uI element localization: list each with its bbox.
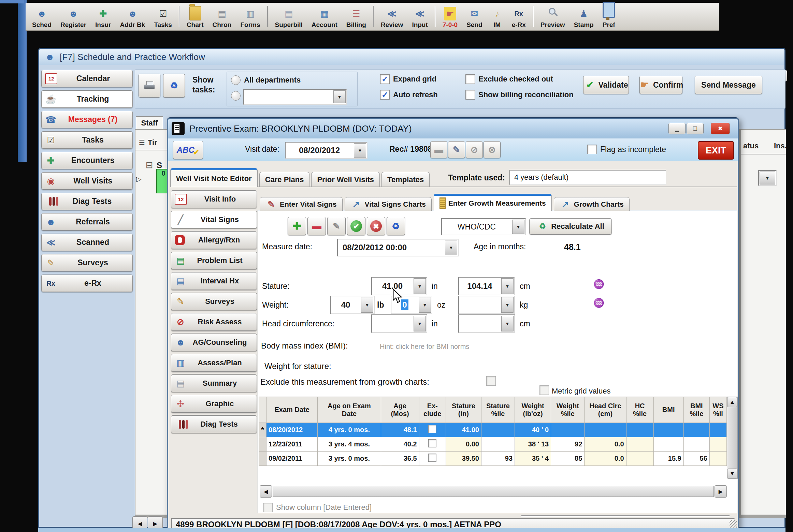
dropdown-arrow-icon[interactable]: [501, 278, 514, 294]
refresh-measurement-button[interactable]: [387, 217, 405, 235]
spell-check-button[interactable]: ABC ✔: [173, 141, 203, 159]
sidebar-item-diag-tests[interactable]: Diag Tests: [41, 193, 133, 210]
stature-norms-icon[interactable]: [593, 278, 605, 290]
tab-templates[interactable]: Templates: [381, 172, 430, 187]
row-selector[interactable]: [259, 452, 266, 466]
toolbar-button-pref[interactable]: Pref: [598, 4, 620, 29]
confirm-measurement-button[interactable]: [347, 217, 365, 235]
auto-refresh-checkbox[interactable]: [380, 90, 390, 100]
table-row[interactable]: *08/20/20124 yrs. 0 mos.48.141.0040 ' 0: [259, 423, 727, 437]
hscroll-left-button[interactable]: ◀: [260, 485, 272, 498]
edit-note-button[interactable]: [448, 141, 465, 158]
section-item-visit-info[interactable]: Visit Info: [171, 190, 257, 208]
toolbar-button-im[interactable]: IM: [487, 4, 507, 29]
recalculate-all-button[interactable]: Recalculate All: [529, 218, 612, 235]
refresh-button[interactable]: [163, 74, 185, 98]
dropdown-arrow-icon[interactable]: [361, 297, 373, 313]
hc-cm-input[interactable]: [458, 314, 515, 333]
column-header-age-on-exam-date[interactable]: Age on ExamDate: [318, 397, 381, 423]
section-item-summary[interactable]: Summary: [171, 374, 257, 392]
dropdown-arrow-icon[interactable]: [354, 143, 366, 158]
dialog-titlebar[interactable]: Preventive Exam: BROOKLYN PLDOBM (DOV: T…: [168, 119, 738, 138]
all-departments-radio[interactable]: [231, 75, 241, 85]
sidebar-item-scanned[interactable]: Scanned: [41, 234, 133, 251]
measure-date-select[interactable]: 08/20/2012 00:00: [337, 239, 459, 256]
grid-cell-dropdown[interactable]: [758, 170, 777, 186]
hscroll-right-button[interactable]: ▶: [715, 485, 727, 498]
toolbar-button-chart[interactable]: Chart: [182, 4, 208, 29]
section-item-diag-tests[interactable]: Diag Tests: [171, 415, 257, 433]
weight-lb-input[interactable]: 40: [330, 296, 375, 314]
dialog-close-button[interactable]: ✖: [711, 123, 730, 134]
exclude-row-checkbox[interactable]: [428, 454, 436, 462]
sidebar-item-e-rx[interactable]: e-Rx: [41, 275, 133, 292]
grid-menu-icon[interactable]: [136, 137, 148, 148]
note-lines-button[interactable]: [430, 141, 447, 158]
sidebar-item-referrals[interactable]: Referrals: [41, 213, 133, 231]
exclude-row-checkbox[interactable]: [428, 439, 436, 447]
section-item-vital-signs[interactable]: Vital Signs: [171, 211, 257, 228]
toolbar-button-stamp[interactable]: Stamp: [569, 4, 598, 29]
column-header-age-mos[interactable]: Age(Mos): [381, 397, 419, 423]
section-item-ag-counseling[interactable]: AG/Counseling: [171, 334, 257, 351]
dropdown-arrow-icon[interactable]: [501, 316, 514, 331]
delete-measurement-button[interactable]: [307, 217, 326, 235]
exclude-row-checkbox[interactable]: [428, 425, 436, 433]
exit-button[interactable]: EXIT: [698, 141, 734, 160]
exclude-checked-out-checkbox[interactable]: [465, 74, 475, 84]
toolbar-button-input[interactable]: Input: [407, 4, 432, 29]
dropdown-arrow-icon[interactable]: [414, 278, 426, 294]
staff-tab[interactable]: Staff: [136, 116, 163, 130]
dropdown-arrow-icon[interactable]: [512, 220, 524, 234]
toolbar-button-billing[interactable]: Billing: [342, 4, 371, 29]
column-header-exam-date[interactable]: Exam Date: [266, 397, 318, 423]
column-header-weight-ile[interactable]: Weight%ile: [551, 397, 585, 423]
weight-kg-input[interactable]: [458, 296, 515, 314]
row-selector[interactable]: *: [259, 423, 266, 437]
dropdown-arrow-icon[interactable]: [760, 172, 775, 184]
table-vscrollbar[interactable]: ▲ ▼: [727, 397, 738, 479]
section-item-assess-plan[interactable]: Assess/Plan: [171, 354, 257, 372]
emr-titlebar[interactable]: [F7] Schedule and Practice Workflow: [39, 49, 784, 65]
growth-standard-select[interactable]: WHO/CDC: [441, 218, 526, 235]
visit-date-select[interactable]: 08/20/2012: [285, 142, 367, 159]
dialog-minimize-button[interactable]: ▁: [668, 123, 686, 134]
bmi-hint-link[interactable]: Hint: click here for BMI norms: [380, 343, 469, 351]
expand-grid-checkbox[interactable]: [380, 74, 390, 84]
sidebar-item-surveys[interactable]: Surveys: [41, 254, 133, 271]
toolbar-button-addr-bk[interactable]: Addr Bk: [116, 4, 150, 29]
toolbar-button-send[interactable]: Send: [462, 4, 487, 29]
metric-grid-checkbox[interactable]: [539, 385, 549, 395]
dropdown-arrow-icon[interactable]: [414, 316, 426, 331]
tab-enter-growth-measurements[interactable]: Enter Growth Measurements: [434, 194, 552, 211]
toolbar-button-tasks[interactable]: Tasks: [149, 4, 176, 29]
toolbar-button-forms[interactable]: Forms: [236, 4, 264, 29]
tab-enter-vital-signs[interactable]: Enter Vital Signs: [260, 197, 343, 211]
section-item-allergy-rxn[interactable]: Allergy/Rxn: [171, 231, 257, 249]
disabled-clock-button[interactable]: [466, 141, 483, 158]
toolbar-button-superbill[interactable]: Superbill: [271, 4, 307, 29]
show-column-checkbox[interactable]: [263, 503, 273, 512]
section-item-problem-list[interactable]: Problem List: [171, 252, 257, 269]
toolbar-button-7-0-0[interactable]: 7-0-0: [438, 4, 462, 29]
table-row[interactable]: 12/23/20113 yrs. 4 mos.40.20.0038 ' 1392…: [259, 437, 727, 452]
table-hscrollbar[interactable]: ◀ ▶: [260, 485, 727, 498]
group-expander-icon[interactable]: [144, 159, 155, 171]
tab-prior-well-visits[interactable]: Prior Well Visits: [311, 172, 380, 187]
column-header-weight-lb-oz[interactable]: Weight(lb'oz): [515, 397, 551, 423]
department-radio[interactable]: [231, 91, 241, 101]
column-header-ws-il[interactable]: WS%il: [709, 397, 726, 423]
vscroll-down-button[interactable]: ▼: [727, 469, 737, 479]
dropdown-arrow-icon[interactable]: [501, 297, 514, 313]
column-header-stature-in[interactable]: Stature(in): [446, 397, 481, 423]
print-button[interactable]: [139, 74, 160, 98]
department-select[interactable]: [243, 89, 347, 105]
sidebar-item-well-visits[interactable]: Well Visits: [41, 172, 133, 190]
sidebar-item-tracking[interactable]: Tracking: [41, 90, 133, 108]
tab-growth-charts[interactable]: Growth Charts: [554, 197, 630, 211]
sidebar-item-calendar[interactable]: Calendar: [41, 70, 133, 87]
flag-incomplete-checkbox[interactable]: [587, 145, 597, 154]
sidebar-item-messages-7[interactable]: Messages (7): [41, 111, 133, 128]
weight-norms-icon[interactable]: [593, 297, 605, 309]
sidebar-item-tasks[interactable]: Tasks: [41, 131, 133, 149]
